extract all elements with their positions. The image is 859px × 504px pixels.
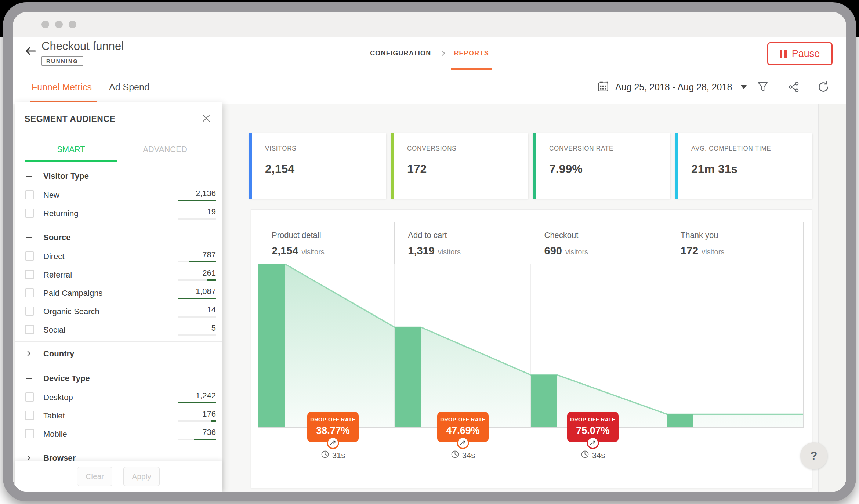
filter-section-visitor-type: Visitor TypeNew2,136Returning19 — [15, 164, 222, 225]
breadcrumb-configuration[interactable]: CONFIGURATION — [370, 37, 431, 70]
window-control-dot — [55, 21, 63, 28]
section-header-visitor-type[interactable]: Visitor Type — [15, 166, 222, 186]
section-header-country[interactable]: Country — [15, 344, 222, 364]
filter-label: Organic Search — [43, 302, 99, 321]
funnel-chart-svg — [258, 264, 803, 427]
dropoff-avg-time: 31s — [307, 450, 359, 461]
filter-count: 1,242 — [178, 391, 216, 403]
stat-card-visitors: VISITORS2,154 — [249, 133, 386, 199]
segment-audience-panel: SEGMENT AUDIENCE SMART ADVANCED Visitor … — [15, 102, 222, 492]
date-range-value: Aug 25, 2018 - Aug 28, 2018 — [615, 82, 732, 93]
funnel-stage-add-to-cart: Add to cart1,319visitors — [395, 222, 531, 264]
funnel-table: Product detail2,154visitorsAdd to cart1,… — [258, 222, 804, 428]
filter-count-value: 787 — [202, 250, 216, 259]
dropoff-label: DROP-OFF RATE — [567, 417, 619, 423]
checkbox[interactable] — [25, 209, 34, 218]
funnel-stage-thank-you: Thank you172visitors — [667, 222, 803, 264]
checkbox[interactable] — [25, 429, 34, 438]
pause-button[interactable]: Pause — [767, 42, 833, 65]
collapse-icon — [26, 237, 32, 238]
toolbar-divider — [744, 70, 744, 104]
stage-visitors-suffix: visitors — [302, 248, 325, 256]
stage-visitors-value: 172 — [681, 245, 698, 257]
refresh-icon[interactable] — [815, 79, 831, 95]
close-icon[interactable] — [200, 112, 213, 125]
checkbox[interactable] — [25, 411, 34, 420]
filter-item-new: New2,136 — [15, 186, 222, 204]
date-range-picker[interactable]: Aug 25, 2018 - Aug 28, 2018 — [597, 70, 747, 104]
filter-label: Direct — [43, 247, 64, 266]
filter-item-returning: Returning19 — [15, 204, 222, 223]
filter-section-browser: Browser — [15, 446, 222, 461]
panel-title: SEGMENT AUDIENCE — [25, 114, 115, 124]
expand-icon — [25, 351, 30, 356]
filter-count-value: 1,087 — [196, 287, 216, 296]
funnel-bar-add-to-cart — [395, 327, 421, 427]
stage-visitors: 2,154visitors — [272, 245, 394, 257]
stage-visitors-value: 2,154 — [272, 245, 298, 257]
filter-count: 19 — [178, 207, 216, 220]
stage-visitors-value: 1,319 — [408, 245, 435, 257]
stat-value: 172 — [407, 162, 528, 176]
checkbox[interactable] — [25, 251, 34, 261]
section-header-browser[interactable]: Browser — [15, 448, 222, 461]
right-gutter — [819, 104, 846, 492]
stat-card-avg-completion-time: AVG. COMPLETION TIME21m 31s — [675, 133, 812, 199]
checkbox[interactable] — [25, 288, 34, 297]
checkbox[interactable] — [25, 270, 34, 279]
filter-count-value: 261 — [202, 268, 216, 278]
pause-icon — [780, 50, 787, 58]
stage-visitors-value: 690 — [544, 245, 562, 257]
count-bar-fill — [211, 420, 216, 422]
stage-name: Add to cart — [408, 231, 530, 240]
section-header-source[interactable]: Source — [15, 228, 222, 247]
filter-section-country: Country — [15, 341, 222, 366]
tab-advanced[interactable]: ADVANCED — [119, 137, 211, 162]
apply-button[interactable]: Apply — [123, 467, 160, 486]
trend-icon[interactable] — [587, 437, 599, 449]
section-label: Source — [43, 228, 71, 247]
count-bar-track — [178, 261, 216, 262]
count-bar-track — [178, 334, 216, 336]
stat-card-conversions: CONVERSIONS172 — [391, 133, 528, 199]
filter-item-referral: Referral261 — [15, 266, 222, 284]
filter-icon[interactable] — [755, 79, 771, 95]
toolbar-divider — [588, 70, 588, 104]
back-icon[interactable] — [22, 43, 39, 59]
filter-count: 176 — [178, 409, 216, 422]
stage-visitors: 1,319visitors — [408, 245, 530, 257]
app-root: Checkout funnel RUNNING CONFIGURATION RE… — [13, 37, 846, 492]
count-bar-fill — [178, 200, 216, 201]
clear-button[interactable]: Clear — [77, 467, 112, 486]
checkbox[interactable] — [25, 307, 34, 316]
tab-funnel-metrics[interactable]: Funnel Metrics — [32, 70, 92, 104]
count-bar-track — [178, 420, 216, 422]
collapse-icon — [26, 176, 32, 177]
section-header-device-type[interactable]: Device Type — [15, 369, 222, 388]
filter-count-value: 5 — [211, 323, 216, 333]
dropoff-avg-time: 34s — [567, 450, 619, 461]
avg-time-value: 31s — [332, 451, 345, 460]
count-bar-fill — [178, 402, 216, 403]
count-bar-fill — [178, 298, 216, 299]
breadcrumb: CONFIGURATION REPORTS — [370, 37, 489, 70]
checkbox[interactable] — [25, 325, 34, 334]
filter-item-desktop: Desktop1,242 — [15, 388, 222, 407]
trend-icon[interactable] — [327, 437, 339, 449]
gutter-divider — [818, 104, 819, 492]
filter-item-mobile: Mobile736 — [15, 425, 222, 443]
funnel-chart — [258, 264, 803, 427]
stat-label: VISITORS — [265, 145, 386, 152]
help-button[interactable]: ? — [800, 442, 827, 469]
tab-ad-spend[interactable]: Ad Spend — [109, 70, 149, 104]
trend-icon[interactable] — [457, 437, 469, 449]
filter-count: 5 — [178, 323, 216, 336]
tab-smart[interactable]: SMART — [25, 137, 117, 162]
filter-count: 787 — [178, 250, 216, 262]
checkbox[interactable] — [25, 190, 34, 199]
tab-label: ADVANCED — [143, 145, 187, 154]
checkbox[interactable] — [25, 392, 34, 402]
clock-icon — [451, 450, 459, 461]
share-icon[interactable] — [786, 79, 802, 95]
breadcrumb-reports[interactable]: REPORTS — [454, 37, 489, 70]
